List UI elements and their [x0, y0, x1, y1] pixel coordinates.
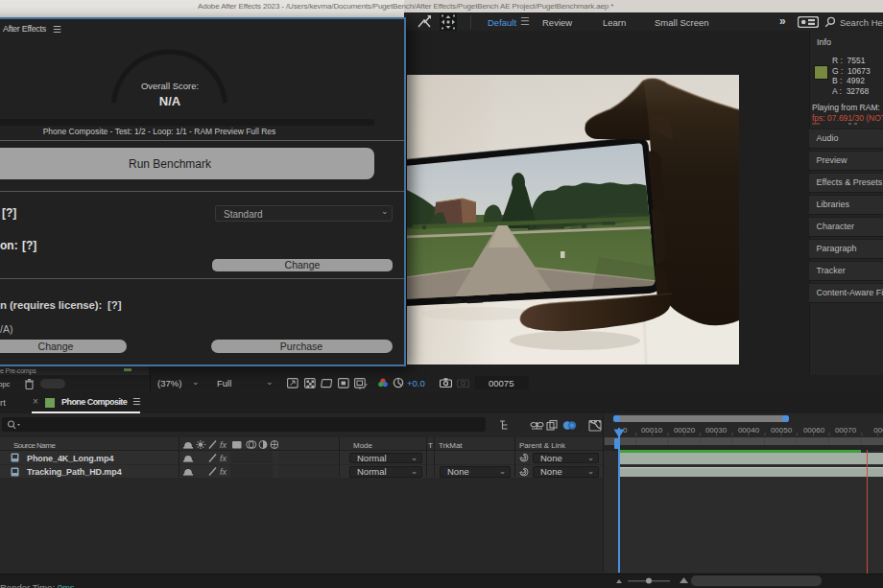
svg-text:fx: fx — [220, 467, 227, 477]
svg-text:fx: fx — [220, 454, 227, 463]
svg-text:fx: fx — [220, 440, 227, 450]
